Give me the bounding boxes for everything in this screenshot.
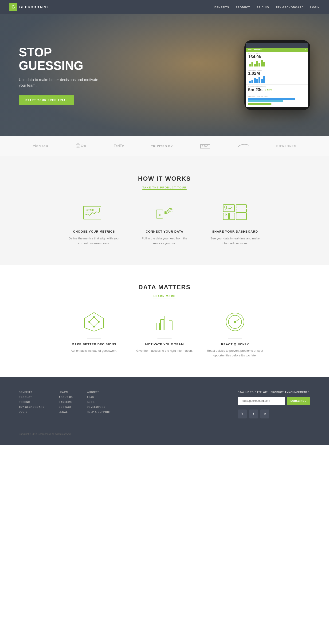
- connect-icon: [150, 202, 178, 223]
- footer-product[interactable]: PRODUCT: [19, 396, 45, 398]
- share-card-desc: See your data in real-time and make info…: [207, 236, 263, 246]
- social-links: 𝕏 f in: [238, 410, 310, 418]
- twitter-button[interactable]: 𝕏: [238, 410, 247, 418]
- react-icon: [223, 310, 247, 334]
- footer-help[interactable]: HELP & SUPPORT: [87, 411, 111, 413]
- footer-blog[interactable]: BLOG: [87, 401, 111, 404]
- svg-point-22: [98, 321, 100, 322]
- footer-developers[interactable]: DEVELOPERS: [87, 406, 111, 408]
- navigation: G GECKOBOARD BENEFITS PRODUCT PRICING TR…: [0, 0, 329, 14]
- svg-point-0: [76, 144, 80, 148]
- footer-col-3: WIDGETS TEAM BLOG DEVELOPERS HELP & SUPP…: [87, 391, 111, 418]
- svg-line-16: [89, 317, 94, 322]
- phone-metric-2: Pageviews 2 - 30 days 1.02M: [246, 68, 308, 84]
- svg-text:+27,902: +27,902: [86, 209, 94, 212]
- footer-login[interactable]: LOGIN: [19, 411, 45, 413]
- logo[interactable]: G GECKOBOARD: [10, 3, 48, 11]
- nav-login[interactable]: LOGIN: [310, 6, 320, 9]
- phone-metric-4: Opportunity Funnel (this month): [246, 94, 308, 107]
- footer-careers[interactable]: CAREERS: [59, 401, 73, 404]
- footer-team[interactable]: TEAM: [87, 396, 111, 398]
- svg-point-8: [224, 206, 226, 208]
- footer-legal[interactable]: LEGAL: [59, 411, 73, 413]
- footer-widgets[interactable]: WIDGETS: [87, 391, 111, 394]
- trusted-by-label: TRUSTED BY: [151, 144, 173, 148]
- dm-card-motivate: MOTIVATE YOUR TEAM Give them access to t…: [136, 310, 193, 358]
- trusted-logo-fedex: FedEx: [114, 144, 124, 148]
- how-it-works-title: HOW IT WORKS: [10, 175, 320, 182]
- hero-section: STOP GUESSING Use data to make better de…: [0, 14, 329, 136]
- connect-card-desc: Pull in the data you need from the servi…: [136, 236, 193, 246]
- trusted-bar: Pinterest bp FedEx TRUSTED BY BBC DOWJON…: [0, 136, 329, 156]
- svg-rect-28: [169, 321, 172, 330]
- svg-marker-15: [84, 312, 104, 331]
- newsletter-input[interactable]: [238, 397, 285, 405]
- connect-card-title: CONNECT YOUR DATA: [136, 230, 193, 233]
- decisions-icon: [82, 310, 106, 334]
- facebook-button[interactable]: f: [249, 410, 258, 418]
- data-matters-cards: MAKE BETTER DECISIONS Act on facts inste…: [47, 310, 282, 358]
- svg-rect-14: [236, 213, 246, 220]
- footer-newsletter: STAY UP TO DATE WITH PRODUCT ANNOUNCEMEN…: [238, 391, 310, 418]
- trusted-logo-dowjones: DOWJONES: [276, 144, 296, 148]
- svg-rect-10: [236, 209, 246, 212]
- learn-more-link[interactable]: LEARN MORE: [154, 295, 176, 298]
- product-tour-link[interactable]: TAKE THE PRODUCT TOUR: [142, 186, 186, 190]
- footer-col-1: BENEFITS PRODUCT PRICING TRY GECKOBOARD …: [19, 391, 45, 418]
- dm-card-title-3: REACT QUICKLY: [207, 342, 263, 346]
- newsletter-title: STAY UP TO DATE WITH PRODUCT ANNOUNCEMEN…: [238, 391, 310, 394]
- dm-card-react: REACT QUICKLY React quickly to prevent p…: [207, 310, 263, 358]
- dm-divider-1: [87, 338, 101, 339]
- footer-learn[interactable]: LEARN: [59, 391, 73, 394]
- motivate-icon: [153, 310, 176, 334]
- dm-card-desc-2: Give them access to the right informatio…: [136, 348, 193, 353]
- footer-about[interactable]: ABOUT US: [59, 396, 73, 398]
- footer-contact[interactable]: CONTACT: [59, 406, 73, 408]
- footer: BENEFITS PRODUCT PRICING TRY GECKOBOARD …: [0, 377, 329, 445]
- metrics-card-title: CHOOSE YOUR METRICS: [66, 230, 122, 233]
- how-it-works-section: HOW IT WORKS TAKE THE PRODUCT TOUR +27,9…: [0, 156, 329, 265]
- dm-card-desc-1: Act on facts instead of guesswork.: [66, 348, 122, 353]
- hero-title: STOP GUESSING: [19, 46, 99, 72]
- trusted-logo-pinterest: Pinterest: [32, 144, 48, 148]
- footer-benefits[interactable]: BENEFITS: [19, 391, 45, 394]
- svg-point-6: [159, 214, 160, 216]
- svg-point-12: [225, 214, 226, 215]
- nav-pricing[interactable]: PRICING: [256, 6, 269, 9]
- dm-card-title-1: MAKE BETTER DECISIONS: [66, 342, 122, 346]
- dm-card-desc-3: React quickly to prevent problems or spo…: [207, 348, 263, 358]
- nav-product[interactable]: PRODUCT: [236, 6, 250, 9]
- svg-point-21: [88, 321, 90, 322]
- footer-try[interactable]: TRY GECKOBOARD: [19, 406, 45, 408]
- nav-benefits[interactable]: BENEFITS: [214, 6, 229, 9]
- footer-copyright: Copyright © 2014 Geckoboard. All rights …: [19, 428, 310, 435]
- trusted-logo-nike: [237, 144, 249, 148]
- hero-content: STOP GUESSING Use data to make better de…: [0, 46, 118, 105]
- card-share: SHARE YOUR DASHBOARD See your data in re…: [207, 202, 263, 246]
- share-card-title: SHARE YOUR DASHBOARD: [207, 230, 263, 233]
- newsletter-button[interactable]: SUBSCRIBE: [287, 397, 310, 405]
- svg-line-19: [94, 322, 99, 326]
- card-connect: CONNECT YOUR DATA Pull in the data you n…: [136, 202, 193, 246]
- svg-rect-11: [223, 213, 228, 220]
- dm-divider-3: [228, 338, 242, 339]
- svg-rect-25: [156, 323, 160, 330]
- footer-col-2: LEARN ABOUT US CAREERS CONTACT LEGAL: [59, 391, 73, 418]
- how-it-works-cards: +27,902 CHOOSE YOUR METRICS Define the m…: [47, 202, 282, 246]
- hero-cta-button[interactable]: START YOUR FREE TRIAL: [19, 96, 74, 105]
- svg-point-20: [93, 316, 95, 318]
- phone-dashboard-title: Sales Dashboard ↺: [246, 48, 308, 52]
- footer-pricing[interactable]: PRICING: [19, 401, 45, 404]
- linkedin-button[interactable]: in: [260, 410, 269, 418]
- card-metrics: +27,902 CHOOSE YOUR METRICS Define the m…: [66, 202, 122, 246]
- dm-card-decisions: MAKE BETTER DECISIONS Act on facts inste…: [66, 310, 122, 358]
- svg-rect-26: [160, 320, 164, 330]
- trusted-logo-bbc: BBC: [200, 144, 210, 148]
- svg-point-23: [93, 326, 95, 327]
- data-matters-title: DATA MATTERS: [10, 284, 320, 291]
- svg-line-18: [89, 322, 94, 326]
- dm-card-title-2: MOTIVATE YOUR TEAM: [136, 342, 193, 346]
- logo-text: GECKOBOARD: [19, 5, 48, 9]
- nav-try[interactable]: TRY GECKOBOARD: [276, 6, 304, 9]
- logo-icon: G: [10, 3, 17, 11]
